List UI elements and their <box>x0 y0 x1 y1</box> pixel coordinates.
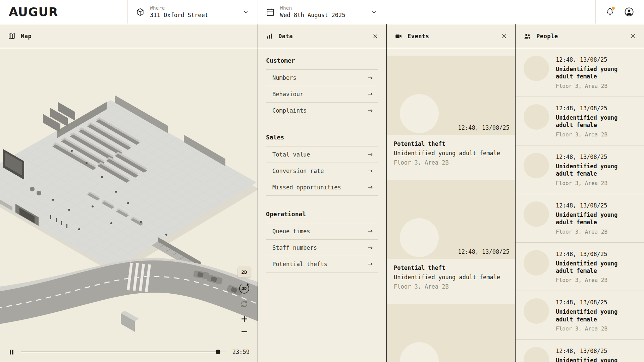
section-heading: Sales <box>266 134 378 141</box>
event-title: Potential theft <box>394 264 508 271</box>
topbar-actions <box>595 0 644 24</box>
data-panel-title: Data <box>278 33 293 40</box>
data-item-label: Missed opportunities <box>272 184 341 191</box>
person-info: 12:48, 13/08/25 Unidentified young adult… <box>556 298 636 332</box>
data-item-staff-numbers[interactable]: Staff numbers <box>266 239 378 256</box>
arrow-right-icon <box>367 228 373 234</box>
event-subject-avatar <box>400 94 439 133</box>
when-selector[interactable]: When Wed 8th August 2025 <box>258 0 386 24</box>
data-panel-body: Customer Numbers Behaviour Complaints <box>258 48 386 362</box>
person-row[interactable]: 12:48, 13/08/25 Unidentified young adult… <box>516 97 644 145</box>
map-3d-button[interactable]: 3D <box>237 282 251 295</box>
event-card[interactable]: 12:48, 13/08/25 Potential theft Unidenti… <box>387 180 515 296</box>
arrow-right-icon <box>367 184 373 190</box>
person-row[interactable]: 12:48, 13/08/25 Unidentified young adult… <box>516 340 644 362</box>
app-logo: AUGUR <box>9 5 58 19</box>
timeline-slider[interactable] <box>21 350 226 354</box>
arrow-right-icon <box>367 168 373 174</box>
pause-icon <box>8 349 15 356</box>
map-zoom-out-button[interactable] <box>240 327 249 336</box>
person-name: Unidentified young adult female <box>556 308 636 323</box>
map-reset-view-button[interactable] <box>240 300 249 308</box>
store-map-render <box>0 48 258 362</box>
event-card[interactable]: 12:48, 13/08/25 Potential theft Unidenti… <box>387 56 515 172</box>
person-timestamp: 12:48, 13/08/25 <box>556 56 636 63</box>
data-section-operational: Operational Queue times Staff numbers Po… <box>266 210 378 273</box>
data-item-conversion-rate[interactable]: Conversion rate <box>266 163 378 179</box>
notifications-button[interactable] <box>605 7 614 16</box>
where-selector[interactable]: Where 311 Oxford Street <box>127 0 258 24</box>
event-location: Floor 3, Area 2B <box>394 283 508 290</box>
people-panel-header: People <box>516 24 644 48</box>
playback-time: 23:59 <box>232 349 250 355</box>
person-info: 12:48, 13/08/25 Unidentified young adult… <box>556 347 636 362</box>
event-snapshot <box>387 304 515 362</box>
data-item-queue-times[interactable]: Queue times <box>266 223 378 239</box>
data-group: Numbers Behaviour Complaints <box>266 69 378 119</box>
section-heading: Customer <box>266 57 378 64</box>
person-location: Floor 3, Area 2B <box>556 277 636 283</box>
person-row[interactable]: 12:48, 13/08/25 Unidentified young adult… <box>516 194 644 243</box>
data-item-potential-thefts[interactable]: Potential thefts <box>266 256 378 272</box>
person-row[interactable]: 12:48, 13/08/25 Unidentified young adult… <box>516 291 644 340</box>
timeline-fill <box>21 352 218 352</box>
events-panel-close-button[interactable] <box>501 33 507 39</box>
person-info: 12:48, 13/08/25 Unidentified young adult… <box>556 56 636 89</box>
data-section-customer: Customer Numbers Behaviour Complaints <box>266 57 378 119</box>
person-name: Unidentified young adult female <box>556 114 636 129</box>
event-snapshot: 12:48, 13/08/25 <box>387 56 515 135</box>
logo-area: AUGUR <box>0 0 127 24</box>
event-title: Potential theft <box>394 140 508 147</box>
person-row[interactable]: 12:48, 13/08/25 Unidentified young adult… <box>516 48 644 97</box>
data-item-total-value[interactable]: Total value <box>266 146 378 163</box>
data-item-label: Staff numbers <box>272 244 317 251</box>
event-details: Potential theft Unidentified young adult… <box>387 259 515 296</box>
data-panel-close-button[interactable] <box>372 33 378 39</box>
person-row[interactable]: 12:48, 13/08/25 Unidentified young adult… <box>516 243 644 291</box>
map-zoom-in-button[interactable] <box>240 315 249 323</box>
data-item-label: Total value <box>272 151 310 158</box>
data-item-behaviour[interactable]: Behaviour <box>266 86 378 102</box>
calendar-icon <box>266 8 275 16</box>
event-subject-avatar <box>400 342 439 362</box>
notification-badge <box>612 7 615 10</box>
person-avatar <box>524 104 549 130</box>
where-label: Where <box>150 5 208 11</box>
events-panel-header: Events <box>387 24 515 48</box>
map-canvas[interactable]: 2D 3D <box>0 48 258 362</box>
arrow-right-icon <box>367 75 373 81</box>
person-info: 12:48, 13/08/25 Unidentified young adult… <box>556 250 636 284</box>
data-item-complaints[interactable]: Complaints <box>266 102 378 119</box>
data-item-label: Queue times <box>272 228 310 235</box>
person-location: Floor 3, Area 2B <box>556 83 636 89</box>
where-value: 311 Oxford Street <box>150 12 208 18</box>
pause-button[interactable] <box>8 349 15 356</box>
when-value: Wed 8th August 2025 <box>280 12 345 18</box>
map-2d-button[interactable]: 2D <box>238 266 251 278</box>
map-controls: 2D 3D <box>237 266 251 336</box>
person-avatar <box>524 56 549 81</box>
person-row[interactable]: 12:48, 13/08/25 Unidentified young adult… <box>516 145 644 194</box>
camera-icon <box>395 33 402 40</box>
data-item-missed-opportunities[interactable]: Missed opportunities <box>266 179 378 195</box>
person-timestamp: 12:48, 13/08/25 <box>556 251 636 257</box>
chevron-down-icon <box>371 9 377 15</box>
person-info: 12:48, 13/08/25 Unidentified young adult… <box>556 153 636 186</box>
data-item-label: Complaints <box>272 107 307 114</box>
person-timestamp: 12:48, 13/08/25 <box>556 105 636 112</box>
person-timestamp: 12:48, 13/08/25 <box>556 202 636 209</box>
timeline-knob[interactable] <box>216 350 220 354</box>
person-location: Floor 3, Area 2B <box>556 180 636 186</box>
cube-icon <box>136 8 145 16</box>
person-location: Floor 3, Area 2B <box>556 325 636 332</box>
data-item-numbers[interactable]: Numbers <box>266 70 378 86</box>
people-panel-close-button[interactable] <box>630 33 636 39</box>
profile-button[interactable] <box>624 7 634 17</box>
event-subject: Unidentified young adult female <box>394 274 508 281</box>
when-label: When <box>280 5 345 11</box>
event-card[interactable] <box>387 304 515 362</box>
data-item-label: Behaviour <box>272 91 303 98</box>
map-panel: Map <box>0 24 258 362</box>
data-group: Queue times Staff numbers Potential thef… <box>266 223 378 273</box>
person-timestamp: 12:48, 13/08/25 <box>556 154 636 160</box>
